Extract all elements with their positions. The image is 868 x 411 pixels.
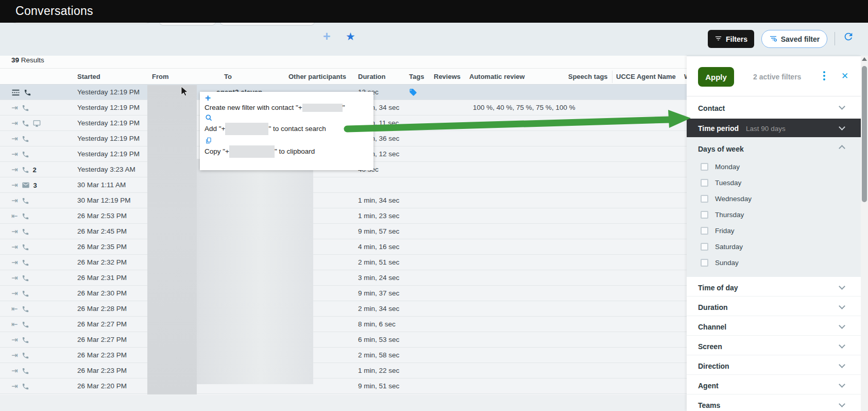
segment-count: 2 (33, 166, 37, 174)
day-option-saturday[interactable]: Saturday (687, 239, 861, 255)
checkbox[interactable] (701, 163, 708, 171)
panel-close-icon[interactable]: ✕ (841, 71, 848, 81)
time-period-value: Last 90 days (746, 125, 786, 133)
table-row[interactable]: ⇤26 Mar 2:28 PM2 min, 34 sec (0, 301, 687, 317)
inbound-call-icon: ⇥ (11, 259, 18, 267)
filter-section-contact[interactable]: Contact (687, 96, 861, 119)
phone-icon (22, 104, 29, 112)
table-row[interactable]: ⇥26 Mar 2:35 PM4 min, 16 sec (0, 239, 687, 255)
column-header[interactable]: Reviews (434, 73, 461, 80)
started-cell: 26 Mar 2:23 PM (77, 351, 127, 359)
outbound-call-icon: ⇤ (11, 212, 18, 220)
phone-icon (24, 89, 31, 96)
row-icons: ⇥ (11, 286, 29, 301)
duration-cell: 2 min, 58 sec (358, 351, 399, 359)
started-cell: 26 Mar 2:23 PM (77, 367, 127, 374)
column-header[interactable]: Automatic review (469, 73, 525, 80)
row-icons: ⇤ (11, 301, 29, 317)
add-filter-icon[interactable]: + (323, 29, 331, 44)
checkbox[interactable] (701, 227, 708, 235)
inbound-call-icon: ⇥ (11, 274, 18, 282)
days-of-week-header[interactable]: Days of week (687, 137, 861, 159)
table-row[interactable]: ⇥26 Mar 2:23 PM1 min, 22 sec (0, 363, 687, 379)
checkbox[interactable] (701, 179, 708, 187)
table-row[interactable]: ⇥30 Mar 12:19 PM1 min, 34 sec (0, 193, 687, 208)
copy-icon (205, 137, 373, 145)
chevron-down-icon (839, 342, 845, 349)
refresh-icon[interactable] (843, 31, 854, 44)
checkbox[interactable] (701, 195, 708, 203)
redacted-phone-number (229, 145, 275, 158)
day-option-monday[interactable]: Monday (687, 159, 861, 175)
started-cell: 26 Mar 2:45 PM (77, 227, 127, 235)
transcript-icon (11, 89, 20, 96)
table-row[interactable]: ⇥26 Mar 2:27 PM6 min, 53 sec (0, 332, 687, 348)
day-option-thursday[interactable]: Thursday (687, 207, 861, 223)
checkbox[interactable] (701, 211, 708, 219)
favorite-star-icon[interactable]: ★ (346, 30, 355, 43)
chevron-down-icon (839, 283, 845, 290)
table-row[interactable]: ⇤26 Mar 2:53 PM1 min, 23 sec (0, 208, 687, 224)
filter-section-direction[interactable]: Direction (687, 355, 861, 375)
filter-section-time-period[interactable]: Time periodLast 90 days (687, 119, 861, 137)
table-row[interactable]: ⇥26 Mar 2:31 PM3 min, 24 sec (0, 270, 687, 286)
started-cell: Yesterday 12:19 PM (77, 135, 140, 142)
phone-icon (22, 367, 29, 375)
table-row[interactable]: ⇥26 Mar 2:30 PM9 min, 37 sec (0, 286, 687, 301)
panel-menu-icon[interactable] (823, 71, 825, 80)
row-icons: ⇥ (11, 239, 29, 255)
column-header[interactable]: Speech tags (568, 73, 608, 80)
table-row[interactable]: ⇥330 Mar 1:11 AM (0, 177, 687, 193)
inbound-call-icon: ⇥ (11, 290, 18, 298)
duration-cell: 9 min, 37 sec (358, 289, 399, 297)
phone-icon (22, 120, 29, 127)
outbound-call-icon: ⇤ (11, 321, 18, 328)
table-row[interactable]: ⇤26 Mar 2:27 PM8 min, 6 sec (0, 317, 687, 332)
scrollbar-up-arrow[interactable] (862, 57, 867, 61)
day-option-sunday[interactable]: Sunday (687, 255, 861, 271)
column-header[interactable]: Tags (409, 73, 424, 80)
table-row[interactable]: ⇥26 Mar 2:32 PM2 min, 51 sec (0, 255, 687, 270)
started-cell: 26 Mar 2:28 PM (77, 305, 127, 313)
context-menu-item[interactable]: Copy "+" to clipboard (205, 137, 373, 158)
table-row[interactable]: ⇥26 Mar 2:45 PM9 min, 57 sec (0, 224, 687, 239)
context-menu-item[interactable]: + Create new filter with contact "+" (205, 94, 373, 112)
filter-section-screen[interactable]: Screen (687, 336, 861, 355)
filter-section-time-of-day[interactable]: Time of day (687, 277, 861, 297)
column-header[interactable]: Duration (358, 73, 385, 80)
filter-section-channel[interactable]: Channel (687, 316, 861, 336)
checkbox[interactable] (701, 243, 708, 251)
column-header[interactable]: From (152, 73, 169, 80)
filter-section-duration[interactable]: Duration (687, 297, 861, 316)
saved-filter-button[interactable]: Saved filter (761, 30, 827, 48)
row-icons: ⇥ (11, 363, 29, 379)
panel-scrollbar[interactable] (861, 56, 868, 411)
active-filters-label: 2 active filters (753, 73, 801, 81)
contact-context-menu: + Create new filter with contact "+" Add… (200, 92, 373, 170)
filters-button[interactable]: Filters (708, 30, 754, 48)
column-header[interactable]: To (224, 73, 232, 80)
chevron-down-icon (839, 361, 845, 368)
column-header[interactable]: Started (77, 73, 100, 80)
row-icons: ⇥ (11, 224, 29, 239)
scrollbar-thumb[interactable] (862, 66, 867, 202)
redacted-to-column (197, 159, 313, 384)
day-option-friday[interactable]: Friday (687, 223, 861, 239)
checkbox[interactable] (701, 259, 708, 267)
context-menu-item[interactable]: Add "+" to contact search (205, 114, 373, 135)
filter-section-agent[interactable]: Agent (687, 375, 861, 394)
table-row[interactable]: ⇥26 Mar 2:23 PM2 min, 58 sec (0, 348, 687, 363)
inbound-call-icon: ⇥ (11, 182, 18, 189)
phone-icon (22, 135, 29, 143)
column-header[interactable]: Other participants (288, 73, 346, 80)
table-row[interactable]: ⇥26 Mar 2:20 PM9 min, 51 sec (0, 379, 687, 394)
started-cell: 30 Mar 12:19 PM (77, 196, 131, 204)
chevron-down-icon (839, 401, 845, 407)
apply-button[interactable]: Apply (698, 67, 734, 87)
filter-section-teams[interactable]: Teams (687, 394, 861, 411)
row-icons: ⇥ (11, 116, 41, 131)
column-header[interactable]: UCCE Agent Name (616, 73, 676, 80)
day-option-tuesday[interactable]: Tuesday (687, 175, 861, 191)
day-option-wednesday[interactable]: Wednesday (687, 191, 861, 207)
inbound-call-icon: ⇥ (11, 166, 18, 174)
